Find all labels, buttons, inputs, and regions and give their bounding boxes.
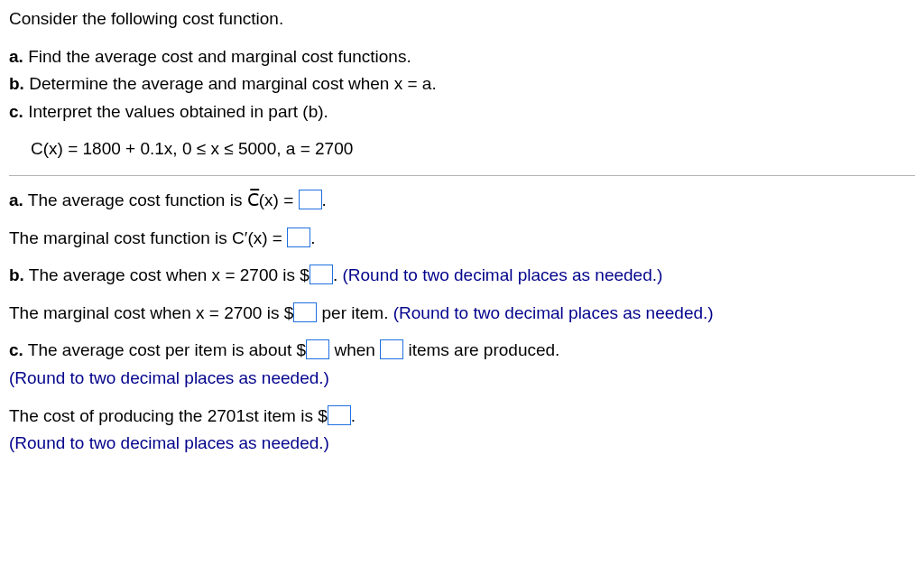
avg-cost-fn-post: . [322,190,327,209]
intro-text: Consider the following cost function. [9,7,915,32]
c-items-input[interactable] [380,339,403,359]
answer-c-label: c. [9,340,23,359]
c-next-post: . [351,406,356,425]
avg-cost-val-pre: The average cost when x = 2700 is $ [24,265,310,284]
marg-cost-fn-pre: The marginal cost function is C′(x) = [9,228,287,247]
round-hint-3: (Round to two decimal places as needed.) [9,368,329,387]
answer-a-label: a. [9,190,23,209]
part-a-desc: Find the average cost and marginal cost … [23,47,411,66]
marg-cost-val-mid: per item. [317,303,393,322]
c-next-pre: The cost of producing the 2701st item is… [9,406,328,425]
round-hint-4: (Round to two decimal places as needed.) [9,433,329,452]
c-avg-post: items are produced. [403,340,559,359]
round-hint-2: (Round to two decimal places as needed.) [393,303,714,322]
marg-cost-fn-input[interactable] [287,228,310,247]
marg-cost-val-input[interactable] [293,302,317,322]
c-next-item-input[interactable] [328,405,351,425]
c-avg-mid: when [329,340,380,359]
marg-cost-val-pre: The marginal cost when x = 2700 is $ [9,303,293,322]
avg-cost-fn-input[interactable] [299,190,322,209]
c-avg-cost-input[interactable] [306,339,329,359]
part-c-label: c. [9,102,23,121]
c-avg-pre: The average cost per item is about $ [23,340,306,359]
cost-function-equation: C(x) = 1800 + 0.1x, 0 ≤ x ≤ 5000, a = 27… [9,137,915,162]
avg-cost-val-post: . [333,265,343,284]
round-hint-1: (Round to two decimal places as needed.) [342,265,662,284]
answer-b-label: b. [9,265,24,284]
part-a-label: a. [9,47,23,66]
avg-cost-val-input[interactable] [310,265,333,284]
section-divider [9,175,915,176]
part-c-desc: Interpret the values obtained in part (b… [23,102,328,121]
part-b-label: b. [9,74,24,93]
marg-cost-fn-post: . [310,228,315,247]
part-b-desc: Determine the average and marginal cost … [24,74,437,93]
avg-cost-fn-pre: The average cost function is C̅(x) = [23,190,299,209]
